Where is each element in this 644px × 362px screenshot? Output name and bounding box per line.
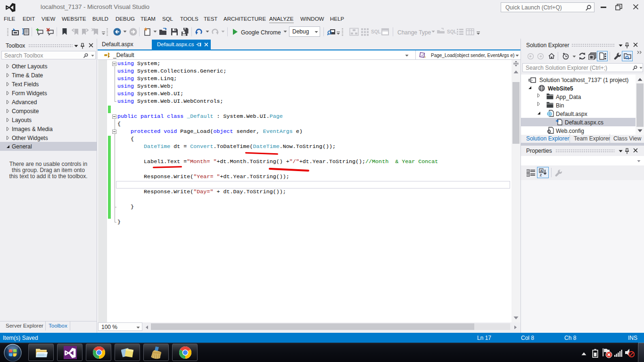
svg-text:A: A	[540, 169, 543, 173]
svg-text:Z: Z	[540, 173, 542, 177]
